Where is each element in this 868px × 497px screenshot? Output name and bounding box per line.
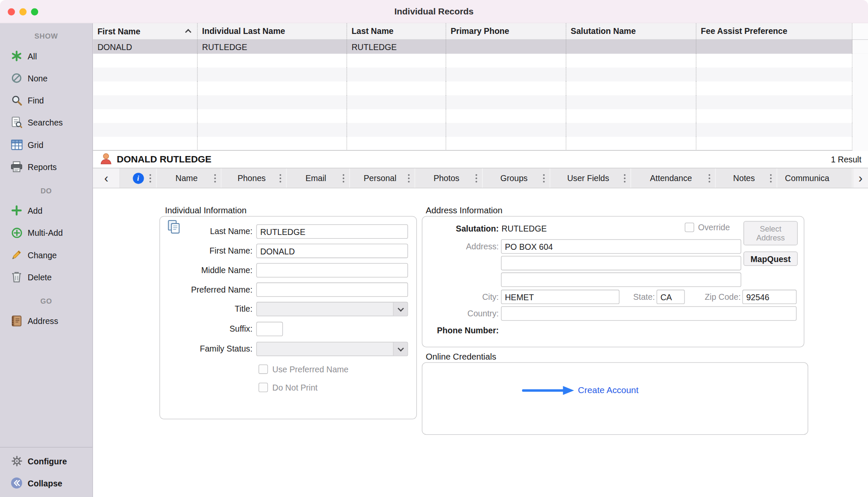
tab-options-dots[interactable]	[624, 177, 626, 179]
sidebar-item-searches[interactable]: Searches	[0, 112, 92, 134]
table-row-empty	[93, 109, 868, 123]
column-header-fee-assist-preference[interactable]: Fee Assist Preference	[696, 23, 852, 39]
city-input[interactable]	[501, 290, 620, 304]
tab-options-dots[interactable]	[770, 177, 772, 179]
chevron-left-icon: ‹	[104, 172, 108, 184]
collapse-circle-icon	[9, 476, 24, 490]
preferred-name-label: Preferred Name:	[166, 282, 253, 297]
zoom-button[interactable]	[31, 8, 38, 16]
table-row-empty	[93, 67, 868, 81]
title-dropdown[interactable]	[256, 302, 408, 316]
column-header-primary-phone[interactable]: Primary Phone	[446, 23, 566, 39]
tab-options-dots[interactable]	[342, 177, 344, 179]
sidebar-item-add[interactable]: Add	[0, 199, 92, 221]
sidebar-item-multi-add[interactable]: Multi-Add	[0, 221, 92, 243]
tab-photos[interactable]: Photos	[415, 168, 483, 188]
tabs-scroll-right-button[interactable]: ›	[852, 168, 868, 188]
tab-notes[interactable]: Notes	[716, 168, 777, 188]
sidebar-item-label: Delete	[28, 272, 52, 282]
last-name-input[interactable]	[256, 224, 408, 239]
address-line2-input[interactable]	[501, 256, 741, 270]
middle-name-input[interactable]	[256, 263, 408, 277]
tab-options-dots[interactable]	[150, 177, 151, 179]
tab-label: User Fields	[564, 173, 617, 183]
preferred-name-input[interactable]	[256, 282, 408, 297]
tab-email[interactable]: Email	[287, 168, 350, 188]
salutation-value: RUTLEDGE	[501, 223, 547, 234]
tabs-scroll-left-button[interactable]: ‹	[93, 168, 120, 188]
sidebar-item-find[interactable]: Find	[0, 89, 92, 111]
tab-label: Groups	[497, 173, 535, 183]
family-status-label: Family Status:	[166, 342, 253, 356]
tab-options-dots[interactable]	[709, 177, 710, 179]
address-line1-input[interactable]	[501, 239, 741, 254]
state-input[interactable]	[657, 290, 685, 304]
table-row-empty	[93, 54, 868, 68]
sidebar-item-collapse[interactable]: Collapse	[0, 472, 92, 494]
tab-groups[interactable]: Groups	[483, 168, 550, 188]
sidebar-item-change[interactable]: Change	[0, 244, 92, 266]
mapquest-button[interactable]: MapQuest	[743, 251, 798, 266]
tab-attendance[interactable]: Attendance	[631, 168, 716, 188]
sidebar-item-label: Collapse	[28, 478, 62, 488]
minimize-button[interactable]	[19, 8, 27, 16]
use-preferred-name-checkbox[interactable]	[259, 364, 268, 374]
sidebar-item-grid[interactable]: Grid	[0, 134, 92, 156]
column-header-last-name[interactable]: Last Name	[347, 23, 446, 39]
sidebar-item-reports[interactable]: Reports	[0, 156, 92, 178]
sidebar-item-address[interactable]: Address	[0, 310, 92, 332]
tab-options-dots[interactable]	[476, 177, 477, 179]
suffix-label: Suffix:	[166, 322, 253, 336]
suffix-input[interactable]	[256, 322, 283, 336]
address-line3-input[interactable]	[501, 273, 741, 287]
tab-options-dots[interactable]	[408, 177, 410, 179]
table-row-empty	[93, 95, 868, 109]
first-name-input[interactable]	[256, 244, 408, 258]
sidebar-item-label: Grid	[28, 140, 43, 149]
address-book-icon	[9, 313, 24, 328]
plus-icon	[9, 203, 24, 218]
sidebar-item-delete[interactable]: Delete	[0, 266, 92, 288]
override-checkbox-label: Override	[698, 223, 730, 232]
table-row-empty	[93, 137, 868, 151]
sidebar-item-configure[interactable]: Configure	[0, 450, 92, 472]
tab-communications[interactable]: Communica	[777, 168, 853, 188]
column-header-salutation-name[interactable]: Salutation Name	[566, 23, 696, 39]
sidebar-item-label: Address	[28, 316, 58, 325]
tab-info[interactable]: i	[120, 168, 156, 188]
table-row-selected[interactable]: DONALD RUTLEDGE RUTLEDGE	[93, 40, 868, 54]
sidebar-item-label: Find	[28, 95, 44, 105]
tab-phones[interactable]: Phones	[221, 168, 287, 188]
sidebar-item-label: None	[28, 73, 47, 83]
tab-user-fields[interactable]: User Fields	[550, 168, 631, 188]
country-input[interactable]	[501, 306, 796, 321]
cell-last-name: RUTLEDGE	[347, 40, 446, 54]
tab-label: Notes	[730, 173, 762, 183]
state-label: State:	[622, 290, 655, 304]
individual-records-window: Individual Records SHOW All None Find Se…	[0, 0, 868, 497]
tab-options-dots[interactable]	[280, 177, 281, 179]
zip-code-input[interactable]	[743, 290, 797, 304]
family-status-dropdown[interactable]	[256, 342, 408, 356]
tab-personal[interactable]: Personal	[350, 168, 415, 188]
do-not-print-checkbox[interactable]	[259, 383, 268, 392]
sidebar-item-label: All	[28, 51, 37, 61]
tab-label: Photos	[430, 173, 467, 183]
select-address-button[interactable]: Select Address	[743, 221, 798, 245]
sort-ascending-icon	[185, 29, 192, 35]
address-information-title: Address Information	[426, 206, 502, 216]
column-header-individual-last-name[interactable]: Individual Last Name	[198, 23, 347, 39]
sidebar-item-label: Multi-Add	[28, 228, 63, 237]
column-header-first-name[interactable]: First Name	[93, 23, 198, 39]
override-checkbox[interactable]	[685, 223, 694, 232]
tab-options-dots[interactable]	[214, 177, 216, 179]
tab-options-dots[interactable]	[543, 177, 545, 179]
sidebar-item-none[interactable]: None	[0, 67, 92, 89]
sidebar-item-all[interactable]: All	[0, 45, 92, 67]
tab-name[interactable]: Name	[157, 168, 222, 188]
close-button[interactable]	[8, 8, 15, 16]
gear-icon	[9, 454, 24, 468]
online-credentials-title: Online Credentials	[426, 352, 496, 362]
create-account-link[interactable]: Create Account	[578, 385, 639, 396]
traffic-lights	[8, 8, 38, 16]
